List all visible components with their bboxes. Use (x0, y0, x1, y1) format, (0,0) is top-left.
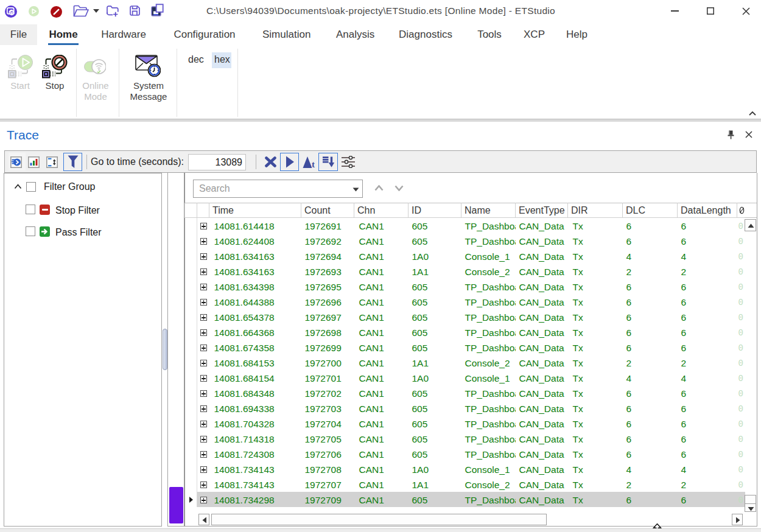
svg-text:t: t (312, 159, 315, 169)
